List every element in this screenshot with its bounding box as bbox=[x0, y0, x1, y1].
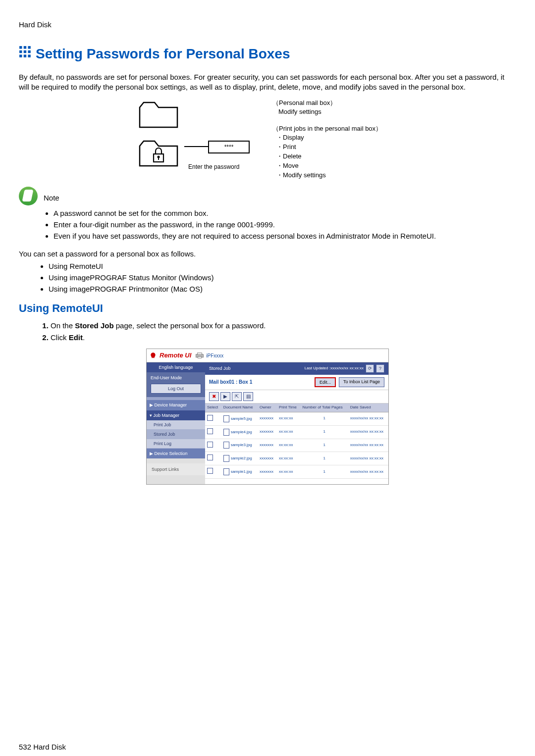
note-item: A password cannot be set for the common … bbox=[54, 208, 516, 218]
language-selector[interactable]: English language bbox=[147, 362, 205, 372]
svg-rect-4 bbox=[24, 50, 26, 53]
page-footer: 532 Hard Disk bbox=[19, 742, 516, 752]
brand-logo: Remote UI bbox=[150, 351, 191, 360]
sidebar-cat-job-manager[interactable]: ▾ Job Manager bbox=[147, 410, 205, 420]
printer-name: iPFxxxx bbox=[195, 352, 223, 359]
cell-date: xxxx/xx/xx xx:xx:xx bbox=[348, 452, 388, 465]
tool-play-icon[interactable]: ▶ bbox=[220, 392, 230, 401]
page-title: Setting Passwords for Personal Boxes bbox=[19, 45, 516, 63]
col-select: Select bbox=[205, 403, 221, 412]
cell-date: xxxx/xx/xx xx:xx:xx bbox=[348, 412, 388, 425]
doc-name-link[interactable]: sample3.jpg bbox=[231, 443, 252, 448]
last-updated: Last Updated :xxxx/xx/xx xx:xx:xx bbox=[305, 366, 364, 371]
box-title: Mail box01 : Box 1 bbox=[209, 379, 252, 386]
method-item: Using imagePROGRAF Printmonitor (Mac OS) bbox=[49, 284, 516, 294]
grid-icon bbox=[19, 45, 32, 63]
step-item: Click Edit. bbox=[51, 333, 516, 343]
cell-time: xx:xx:xx bbox=[277, 412, 301, 425]
note-icon bbox=[19, 187, 38, 205]
table-row: sample3.jpgxxxxxxxxx:xx:xx1xxxx/xx/xx xx… bbox=[205, 439, 388, 452]
note-list: A password cannot be set for the common … bbox=[45, 208, 516, 242]
sidebar-support-links[interactable]: Support Links bbox=[147, 463, 205, 475]
cell-date: xxxx/xx/xx xx:xx:xx bbox=[348, 465, 388, 479]
cell-owner: xxxxxxx bbox=[258, 439, 277, 452]
cell-time: xx:xx:xx bbox=[277, 465, 301, 479]
row-checkbox[interactable] bbox=[207, 428, 213, 434]
document-icon bbox=[223, 415, 229, 422]
refresh-icon[interactable]: ⟳ bbox=[366, 364, 374, 373]
password-label: Enter the password bbox=[188, 163, 239, 171]
tool-move-icon[interactable]: ⇱ bbox=[232, 392, 242, 401]
cell-time: xx:xx:xx bbox=[277, 439, 301, 452]
document-icon bbox=[223, 455, 229, 462]
followup-paragraph: You can set a password for a personal bo… bbox=[19, 249, 516, 259]
row-checkbox[interactable] bbox=[207, 454, 213, 460]
help-icon[interactable]: ? bbox=[376, 364, 384, 373]
doc-name-link[interactable]: sample5.jpg bbox=[231, 416, 252, 421]
doc-name-link[interactable]: sample4.jpg bbox=[231, 430, 252, 434]
col-print-time: Print Time bbox=[277, 403, 301, 412]
cell-pages: 1 bbox=[300, 439, 348, 452]
edit-button[interactable]: Edit... bbox=[315, 377, 336, 387]
row-checkbox[interactable] bbox=[207, 442, 213, 448]
folder-icon-locked bbox=[139, 137, 181, 169]
svg-rect-14 bbox=[198, 357, 202, 358]
doc-name-link[interactable]: sample2.jpg bbox=[231, 456, 252, 460]
folder-icon-closed bbox=[139, 99, 181, 130]
svg-rect-11 bbox=[158, 157, 159, 160]
cell-owner: xxxxxxx bbox=[258, 465, 277, 479]
step-item: On the Stored Job page, select the perso… bbox=[51, 321, 516, 331]
svg-rect-13 bbox=[198, 353, 202, 355]
cell-owner: xxxxxxx bbox=[258, 452, 277, 465]
note-label: Note bbox=[44, 193, 59, 203]
sidebar-cat-device-selection[interactable]: ▶ Device Selection bbox=[147, 449, 205, 458]
password-field-illustration: **** bbox=[208, 141, 250, 153]
toolbar: ✖ ▶ ⇱ ▤ bbox=[205, 390, 388, 403]
cell-time: xx:xx:xx bbox=[277, 452, 301, 465]
tool-delete-icon[interactable]: ✖ bbox=[209, 392, 219, 401]
col-date-saved: Date Saved bbox=[348, 403, 388, 412]
note-item: Even if you have set passwords, they are… bbox=[54, 231, 516, 241]
svg-rect-0 bbox=[19, 46, 22, 49]
svg-rect-6 bbox=[19, 55, 22, 57]
svg-rect-5 bbox=[28, 50, 30, 53]
cell-pages: 1 bbox=[300, 452, 348, 465]
col-docname: Document Name bbox=[221, 403, 258, 412]
note-item: Enter a four-digit number as the passwor… bbox=[54, 220, 516, 230]
section-heading: Using RemoteUI bbox=[19, 301, 516, 316]
table-row: sample4.jpgxxxxxxxxx:xx:xx1xxxx/xx/xx xx… bbox=[205, 425, 388, 439]
col-owner: Owner bbox=[258, 403, 277, 412]
title-text: Setting Passwords for Personal Boxes bbox=[36, 45, 290, 63]
steps-list: On the Stored Job page, select the perso… bbox=[41, 321, 516, 343]
cell-owner: xxxxxxx bbox=[258, 412, 277, 425]
sidebar-item-stored-job[interactable]: Stored Job bbox=[147, 430, 205, 439]
svg-rect-8 bbox=[28, 55, 30, 57]
doc-name-link[interactable]: sample1.jpg bbox=[231, 469, 252, 474]
row-checkbox[interactable] bbox=[207, 415, 213, 421]
diagram-caption-top: （Personal mail box） Modify settings bbox=[272, 99, 336, 117]
cell-date: xxxx/xx/xx xx:xx:xx bbox=[348, 425, 388, 439]
inbox-list-button[interactable]: To Inbox List Page bbox=[339, 377, 384, 387]
sidebar-item-print-job[interactable]: Print Job bbox=[147, 420, 205, 430]
cell-pages: 1 bbox=[300, 465, 348, 479]
logout-button[interactable]: Log Out bbox=[151, 384, 201, 394]
diagram: **** Enter the password （Personal mail b… bbox=[19, 99, 516, 178]
document-icon bbox=[223, 468, 229, 475]
diagram-caption-bottom: （Print jobs in the personal mail box） ・D… bbox=[272, 124, 382, 180]
cell-time: xx:xx:xx bbox=[277, 425, 301, 439]
page-header: Hard Disk bbox=[19, 20, 516, 30]
table-row: sample1.jpgxxxxxxxxx:xx:xx1xxxx/xx/xx xx… bbox=[205, 465, 388, 479]
tool-doc-icon[interactable]: ▤ bbox=[243, 392, 253, 401]
main-heading: Stored Job bbox=[209, 365, 231, 371]
col-total-pages: Number of Total Pages bbox=[300, 403, 348, 412]
svg-rect-1 bbox=[24, 46, 26, 49]
sidebar-cat-device-manager[interactable]: ▶ Device Manager bbox=[147, 400, 205, 410]
svg-rect-7 bbox=[24, 55, 26, 57]
document-icon bbox=[223, 429, 229, 436]
table-row: sample2.jpgxxxxxxxxx:xx:xx1xxxx/xx/xx xx… bbox=[205, 452, 388, 465]
table-row: sample5.jpgxxxxxxxxx:xx:xx1xxxx/xx/xx xx… bbox=[205, 412, 388, 425]
job-table: Select Document Name Owner Print Time Nu… bbox=[205, 403, 388, 479]
row-checkbox[interactable] bbox=[207, 468, 213, 474]
sidebar-item-print-log[interactable]: Print Log bbox=[147, 439, 205, 449]
method-list: Using RemoteUI Using imagePROGRAF Status… bbox=[40, 261, 516, 295]
